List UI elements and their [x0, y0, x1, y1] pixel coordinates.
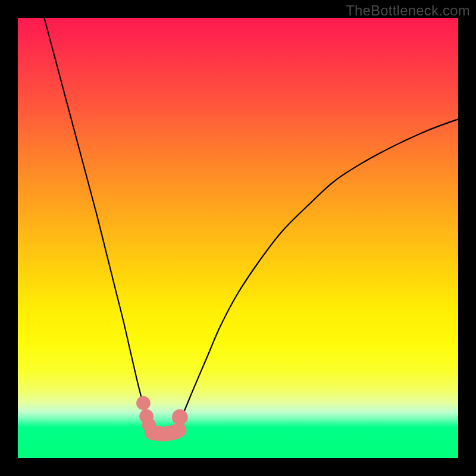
curve-left-branch — [44, 18, 150, 427]
highlight-dot — [171, 422, 186, 437]
chart-frame: TheBottleneck.com — [0, 0, 476, 476]
curve-right-branch — [176, 119, 458, 427]
attribution-text: TheBottleneck.com — [346, 2, 470, 19]
highlight-dot — [136, 396, 151, 411]
plot-overlay — [18, 18, 458, 458]
highlight-dots — [136, 396, 188, 441]
